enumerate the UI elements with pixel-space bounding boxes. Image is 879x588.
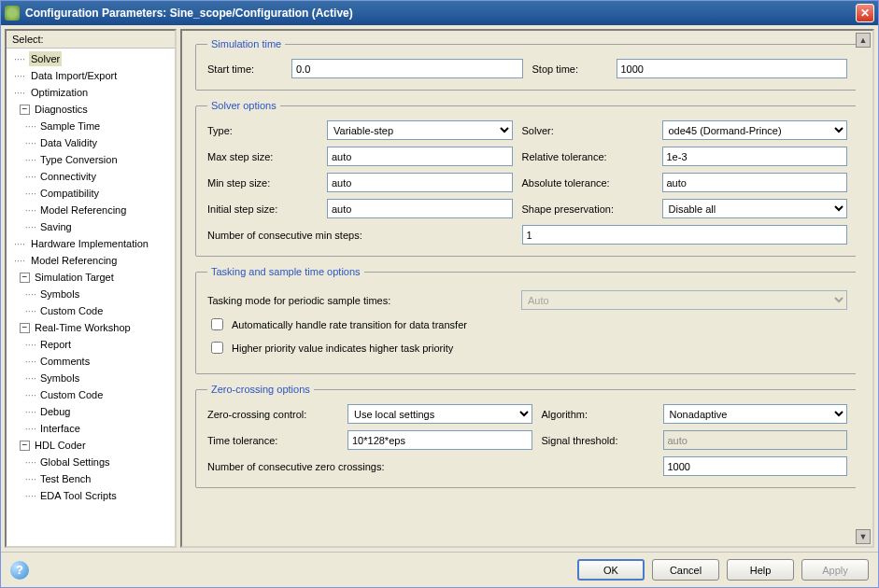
zc-control-label: Zero-crossing control: xyxy=(207,409,338,420)
tree-item-label: Data Import/Export xyxy=(29,68,119,83)
minstep-label: Min step size: xyxy=(207,177,318,189)
zc-timetol-input[interactable] xyxy=(347,430,532,450)
minstep-input[interactable] xyxy=(327,173,513,192)
tree-item[interactable]: ····Interface xyxy=(7,420,175,437)
tree-expander-icon[interactable]: − xyxy=(20,273,30,283)
tree-item[interactable]: ····Symbols xyxy=(7,286,175,302)
help-icon[interactable]: ? xyxy=(10,561,29,580)
tree-expander-icon[interactable]: − xyxy=(20,105,30,115)
zc-control-select[interactable]: Use local settings xyxy=(347,404,532,424)
tree-item-label: Data Validity xyxy=(38,135,99,150)
titlebar: Configuration Parameters: Sine_scope/Con… xyxy=(1,1,878,25)
tree-item-label: Debug xyxy=(38,404,72,419)
start-time-input[interactable] xyxy=(291,59,523,78)
tree-item[interactable]: ····Data Validity xyxy=(7,134,175,151)
tree-item[interactable]: ····Compatibility xyxy=(7,185,175,202)
category-tree[interactable]: ····Solver····Data Import/Export····Opti… xyxy=(7,49,175,546)
tree-item[interactable]: −Diagnostics xyxy=(7,101,175,118)
close-button[interactable]: ✕ xyxy=(856,4,874,22)
tree-item[interactable]: ····Saving xyxy=(7,218,175,235)
tree-item-label: Custom Code xyxy=(38,387,105,402)
tree-item[interactable]: ····Data Import/Export xyxy=(7,67,175,84)
tree-item[interactable]: ····Global Settings xyxy=(7,454,175,470)
zc-sigthresh-input xyxy=(663,430,848,450)
cancel-button[interactable]: Cancel xyxy=(652,559,719,581)
tree-item[interactable]: ····Connectivity xyxy=(7,168,175,185)
tree-item[interactable]: ····Test Bench xyxy=(7,470,175,487)
tree-item[interactable]: ····Hardware Implementation xyxy=(7,235,175,252)
tree-item[interactable]: ····Model Referencing xyxy=(7,202,175,218)
auto-rate-transition-label: Automatically handle rate transition for… xyxy=(232,319,467,330)
tree-item-label: Optimization xyxy=(29,85,90,100)
config-params-window: Configuration Parameters: Sine_scope/Con… xyxy=(0,0,879,588)
tree-item-label: Global Settings xyxy=(38,455,112,469)
tree-item[interactable]: −HDL Coder xyxy=(7,437,175,454)
zc-algo-select[interactable]: Nonadaptive xyxy=(663,404,848,424)
solver-options-legend: Solver options xyxy=(207,100,280,111)
solver-select[interactable]: ode45 (Dormand-Prince) xyxy=(662,120,848,140)
tree-item[interactable]: ····Symbols xyxy=(7,370,175,386)
tree-item-label: Solver xyxy=(29,51,62,66)
maxstep-input[interactable] xyxy=(327,147,513,166)
tree-item-label: Real-Time Workshop xyxy=(33,320,133,335)
tree-item[interactable]: ····EDA Tool Scripts xyxy=(7,487,175,504)
tree-item[interactable]: ····Comments xyxy=(7,353,175,370)
reltol-input[interactable] xyxy=(662,147,848,166)
content-scrollbar[interactable]: ▲ ▼ xyxy=(856,33,871,544)
type-label: Type: xyxy=(207,125,318,136)
shape-select[interactable]: Disable all xyxy=(662,199,848,218)
tree-item-label: Model Referencing xyxy=(38,203,128,217)
tree-item[interactable]: ····Debug xyxy=(7,403,175,420)
scroll-down-icon[interactable]: ▼ xyxy=(856,529,871,544)
tasking-mode-label: Tasking mode for periodic sample times: xyxy=(207,295,516,306)
app-icon xyxy=(5,6,20,21)
consec-min-input[interactable] xyxy=(522,225,848,245)
abstol-input[interactable] xyxy=(662,173,848,192)
tree-item-label: Saving xyxy=(38,219,74,234)
tree-expander-icon[interactable]: − xyxy=(20,323,30,333)
tree-item[interactable]: ····Sample Time xyxy=(7,118,175,134)
tree-item-label: EDA Tool Scripts xyxy=(38,488,119,503)
higher-priority-checkbox[interactable] xyxy=(211,342,223,354)
initstep-label: Initial step size: xyxy=(207,203,318,215)
scroll-up-icon[interactable]: ▲ xyxy=(856,33,871,48)
apply-button[interactable]: Apply xyxy=(801,559,869,581)
tree-item-label: Symbols xyxy=(38,287,81,301)
tree-item[interactable]: ····Custom Code xyxy=(7,386,175,403)
tree-item-label: Connectivity xyxy=(38,169,98,184)
stop-time-input[interactable] xyxy=(617,59,848,78)
ok-button[interactable]: OK xyxy=(577,559,645,581)
tree-item-label: Custom Code xyxy=(38,303,105,318)
tree-item[interactable]: ····Optimization xyxy=(7,84,175,101)
tree-item-label: Comments xyxy=(38,354,92,369)
tree-item[interactable]: ····Model Referencing xyxy=(7,252,175,269)
type-select[interactable]: Variable-step xyxy=(327,120,513,140)
tree-item[interactable]: ····Solver xyxy=(7,50,175,67)
zc-consec-input[interactable] xyxy=(663,456,848,476)
tree-expander-icon[interactable]: − xyxy=(20,441,30,451)
tree-item[interactable]: ····Report xyxy=(7,336,175,353)
tree-item-label: HDL Coder xyxy=(33,438,88,453)
tree-item-label: Model Referencing xyxy=(29,253,119,268)
solver-options-group: Solver options Type: Variable-step Solve… xyxy=(195,100,859,257)
tasking-legend: Tasking and sample time options xyxy=(207,266,364,277)
auto-rate-transition-checkbox[interactable] xyxy=(211,318,223,330)
abstol-label: Absolute tolerance: xyxy=(522,177,653,189)
zc-consec-label: Number of consecutive zero crossings: xyxy=(207,461,532,472)
reltol-label: Relative tolerance: xyxy=(522,151,653,162)
initstep-input[interactable] xyxy=(327,199,513,218)
body-area: Select: ····Solver····Data Import/Export… xyxy=(1,25,878,552)
tree-item[interactable]: ····Type Conversion xyxy=(7,151,175,168)
zc-algo-label: Algorithm: xyxy=(542,409,654,420)
tree-item-label: Type Conversion xyxy=(38,152,120,167)
stop-time-label: Stop time: xyxy=(532,63,607,75)
consec-min-label: Number of consecutive min steps: xyxy=(207,230,513,241)
tree-item[interactable]: −Simulation Target xyxy=(7,269,175,286)
tree-item-label: Compatibility xyxy=(38,186,101,201)
help-button[interactable]: Help xyxy=(727,559,794,581)
tree-item[interactable]: ····Custom Code xyxy=(7,302,175,319)
tree-item-label: Sample Time xyxy=(38,119,102,133)
content-panel: Simulation time Start time: Stop time: S… xyxy=(180,29,874,548)
tree-item[interactable]: −Real-Time Workshop xyxy=(7,319,175,336)
sidebar-header: Select: xyxy=(7,31,175,49)
